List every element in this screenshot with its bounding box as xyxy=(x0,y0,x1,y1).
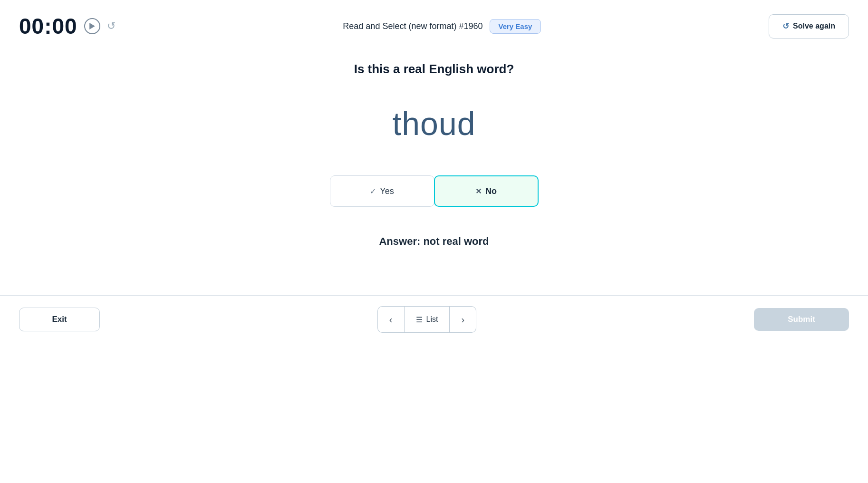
answer-buttons: ✓ Yes ✕ No xyxy=(330,175,539,207)
puzzle-title: Read and Select (new format) #1960 xyxy=(343,21,482,31)
next-button[interactable]: › xyxy=(450,306,476,333)
play-button[interactable] xyxy=(84,18,100,34)
yes-button[interactable]: ✓ Yes xyxy=(330,175,434,207)
next-icon: › xyxy=(462,314,465,325)
exit-button[interactable]: Exit xyxy=(19,308,100,331)
word-display: thoud xyxy=(392,105,475,142)
difficulty-badge[interactable]: Very Easy xyxy=(490,19,541,34)
solve-again-button[interactable]: ↺ Solve again xyxy=(769,14,849,39)
timer-display: 00:00 xyxy=(19,13,77,39)
reset-icon: ↺ xyxy=(107,20,116,32)
nav-section: ‹ ☰ List › xyxy=(377,306,477,333)
x-icon: ✕ xyxy=(475,187,482,196)
no-label: No xyxy=(485,186,497,196)
reset-button[interactable]: ↺ xyxy=(107,20,116,32)
main-content: Is this a real English word? thoud ✓ Yes… xyxy=(0,52,868,248)
header: 00:00 ↺ Read and Select (new format) #19… xyxy=(0,0,868,52)
question-text: Is this a real English word? xyxy=(354,62,514,77)
submit-button[interactable]: Submit xyxy=(754,308,849,331)
yes-label: Yes xyxy=(380,186,394,196)
timer-section: 00:00 ↺ xyxy=(19,13,116,39)
footer: Exit ‹ ☰ List › Submit xyxy=(0,296,868,343)
answer-result: Answer: not real word xyxy=(379,235,489,248)
no-button[interactable]: ✕ No xyxy=(434,175,539,207)
prev-button[interactable]: ‹ xyxy=(377,306,404,333)
play-icon xyxy=(89,23,96,29)
prev-icon: ‹ xyxy=(389,314,393,325)
center-header: Read and Select (new format) #1960 Very … xyxy=(116,19,769,34)
solve-again-icon: ↺ xyxy=(782,21,789,31)
svg-marker-0 xyxy=(89,23,95,29)
list-icon: ☰ xyxy=(416,315,423,324)
list-button[interactable]: ☰ List xyxy=(404,306,450,333)
check-icon: ✓ xyxy=(370,187,376,196)
list-label: List xyxy=(426,315,438,324)
solve-again-label: Solve again xyxy=(793,22,835,30)
